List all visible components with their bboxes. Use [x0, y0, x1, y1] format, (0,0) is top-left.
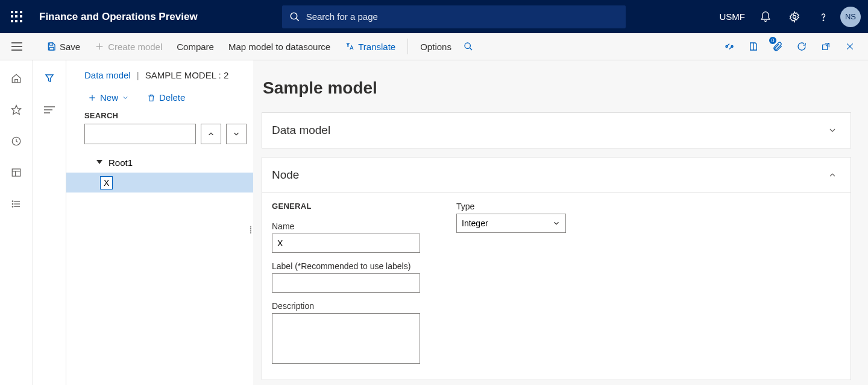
close-button[interactable] [838, 33, 862, 60]
options-button[interactable]: Options [413, 33, 459, 60]
svg-point-11 [465, 43, 470, 48]
chevron-down-icon [828, 126, 837, 135]
tree-node-label: Root1 [108, 158, 133, 168]
card-header-data-model[interactable]: Data model [262, 113, 851, 148]
trash-icon [147, 94, 156, 102]
company-picker[interactable]: USMF [714, 11, 752, 22]
popout-button[interactable] [814, 33, 838, 60]
svg-point-0 [291, 13, 297, 19]
type-select[interactable]: Integer [456, 214, 566, 233]
search-next-button[interactable] [226, 124, 247, 144]
translate-button[interactable]: Translate [338, 33, 403, 60]
related-lines-button[interactable] [37, 101, 61, 119]
divider [407, 39, 408, 54]
home-icon [11, 73, 22, 84]
splitter-handle[interactable]: ⁞ [249, 223, 253, 237]
compare-label: Compare [177, 42, 214, 52]
label-field-label: Label (*Recommended to use labels) [272, 261, 420, 271]
search-icon [464, 42, 473, 51]
lines-icon [44, 106, 55, 114]
cmdbar-search-button[interactable] [459, 33, 478, 60]
nav-favorites[interactable] [4, 101, 28, 119]
close-icon [845, 42, 855, 51]
options-label: Options [420, 42, 451, 52]
card-data-model: Data model [262, 112, 851, 148]
tree-node-child[interactable]: X [66, 173, 253, 192]
refresh-button[interactable] [790, 33, 814, 60]
new-label: New [100, 92, 118, 103]
svg-line-12 [470, 48, 472, 50]
card-title: Data model [272, 124, 330, 137]
open-in-office-button[interactable] [741, 33, 766, 60]
svg-point-28 [12, 206, 13, 208]
search-prev-button[interactable] [201, 124, 221, 144]
clock-icon [11, 136, 22, 147]
card-node: Node GENERAL Name Label (*Recommended to… [262, 157, 851, 380]
card-header-node[interactable]: Node [262, 158, 851, 192]
grid-icon [11, 167, 22, 178]
list-icon [11, 199, 22, 209]
new-button[interactable]: New [84, 92, 133, 103]
card-title: Node [272, 168, 299, 182]
compare-button[interactable]: Compare [169, 33, 221, 60]
triangle-down-icon [96, 160, 102, 166]
svg-rect-7 [49, 43, 52, 45]
breadcrumb-link-data-model[interactable]: Data model [84, 70, 131, 80]
hamburger-icon [11, 42, 22, 51]
search-placeholder: Search for a page [306, 11, 378, 22]
attachments-badge: 0 [769, 37, 776, 44]
tree-node-root[interactable]: Root1 [76, 153, 253, 173]
save-icon [46, 42, 56, 51]
svg-marker-18 [12, 106, 21, 115]
save-button[interactable]: Save [39, 33, 87, 60]
svg-marker-34 [96, 160, 102, 164]
nav-toggle[interactable] [0, 33, 33, 60]
name-field[interactable] [272, 234, 420, 253]
filter-icon [44, 73, 55, 84]
nav-recent[interactable] [4, 132, 28, 150]
user-avatar[interactable]: NS [840, 7, 861, 27]
save-label: Save [60, 42, 80, 52]
notifications-button[interactable] [751, 0, 780, 33]
expand-toggle[interactable] [90, 160, 108, 166]
help-button[interactable] [809, 0, 838, 33]
description-field-label: Description [272, 301, 420, 311]
breadcrumb-sep: | [137, 70, 139, 80]
translate-icon [345, 42, 354, 51]
chevron-up-icon [828, 170, 837, 180]
search-icon [289, 11, 300, 22]
global-search[interactable]: Search for a page [282, 5, 626, 28]
svg-rect-8 [49, 47, 54, 50]
svg-line-1 [296, 18, 299, 21]
plus-icon [95, 42, 104, 51]
map-model-button[interactable]: Map model to datasource [221, 33, 338, 60]
create-model-label: Create model [108, 42, 162, 52]
nav-modules[interactable] [4, 195, 28, 213]
link-button[interactable] [717, 33, 741, 60]
delete-button[interactable]: Delete [143, 92, 189, 103]
create-model-button: Create model [87, 33, 169, 60]
book-icon [748, 41, 759, 52]
search-label: SEARCH [66, 111, 253, 124]
tree-search-input[interactable] [84, 124, 196, 144]
bell-icon [760, 11, 772, 23]
settings-button[interactable] [780, 0, 809, 33]
breadcrumb-current: SAMPLE MODEL : 2 [145, 70, 229, 80]
filter-button[interactable] [37, 69, 61, 88]
type-value: Integer [462, 218, 488, 228]
attachments-button[interactable]: 0 [766, 33, 790, 60]
label-field[interactable] [272, 273, 420, 293]
svg-rect-20 [12, 169, 20, 176]
delete-label: Delete [159, 92, 185, 103]
nav-workspaces[interactable] [4, 164, 28, 182]
app-launcher[interactable] [0, 0, 33, 33]
map-model-label: Map model to datasource [228, 42, 330, 52]
popout-icon [821, 42, 831, 51]
chevron-down-icon [232, 130, 241, 138]
link-icon [724, 41, 735, 52]
gear-icon [788, 11, 800, 23]
description-field[interactable] [272, 313, 420, 364]
svg-point-2 [793, 15, 796, 18]
app-title: Finance and Operations Preview [39, 11, 198, 23]
nav-home[interactable] [4, 69, 28, 88]
